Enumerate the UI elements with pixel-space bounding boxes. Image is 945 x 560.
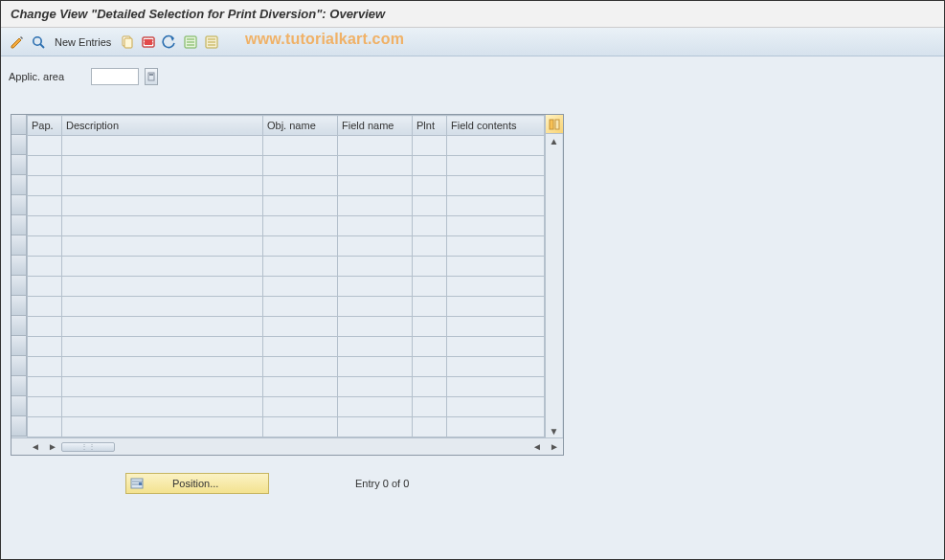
column-header[interactable]: Field contents xyxy=(447,116,545,136)
deselect-all-icon[interactable] xyxy=(203,34,220,51)
table-row[interactable] xyxy=(28,257,545,277)
horizontal-scrollbar[interactable]: ◄ ► ⋮⋮ ◄ ► xyxy=(11,437,563,455)
copy-as-icon[interactable] xyxy=(119,34,136,51)
table-cell[interactable] xyxy=(62,236,263,257)
table-cell[interactable] xyxy=(338,317,413,337)
scroll-down-icon[interactable]: ▼ xyxy=(548,424,561,437)
table-cell[interactable] xyxy=(447,297,545,317)
table-cell[interactable] xyxy=(338,337,413,357)
table-cell[interactable] xyxy=(413,417,447,437)
table-row[interactable] xyxy=(28,236,545,257)
table-cell[interactable] xyxy=(263,377,338,397)
table-cell[interactable] xyxy=(62,196,263,216)
row-selector[interactable] xyxy=(11,396,27,416)
table-cell[interactable] xyxy=(338,257,413,277)
hscroll-thumb[interactable]: ⋮⋮ xyxy=(61,442,115,452)
table-cell[interactable] xyxy=(263,337,338,357)
table-cell[interactable] xyxy=(28,377,62,397)
select-all-icon[interactable] xyxy=(182,34,199,51)
row-selector[interactable] xyxy=(11,296,27,316)
table-cell[interactable] xyxy=(338,357,413,377)
undo-icon[interactable] xyxy=(161,34,178,51)
table-cell[interactable] xyxy=(28,257,62,277)
table-cell[interactable] xyxy=(447,176,545,196)
table-cell[interactable] xyxy=(338,216,413,236)
table-cell[interactable] xyxy=(263,317,338,337)
table-row[interactable] xyxy=(28,397,545,417)
table-cell[interactable] xyxy=(28,236,62,257)
scroll-right-end-icon[interactable]: ► xyxy=(548,440,561,454)
table-cell[interactable] xyxy=(62,297,263,317)
table-cell[interactable] xyxy=(263,277,338,297)
row-selector[interactable] xyxy=(11,235,27,256)
configure-columns-icon[interactable] xyxy=(546,115,563,134)
table-cell[interactable] xyxy=(263,176,338,196)
column-header[interactable]: Pap. xyxy=(28,116,62,136)
table-cell[interactable] xyxy=(28,417,62,437)
table-row[interactable] xyxy=(28,357,545,377)
table-cell[interactable] xyxy=(447,357,545,377)
column-header[interactable]: Description xyxy=(62,116,263,136)
table-cell[interactable] xyxy=(263,357,338,377)
table-cell[interactable] xyxy=(263,397,338,417)
table-row[interactable] xyxy=(28,156,545,176)
table-cell[interactable] xyxy=(447,257,545,277)
table-cell[interactable] xyxy=(28,216,62,236)
table-cell[interactable] xyxy=(413,377,447,397)
table-cell[interactable] xyxy=(263,236,338,257)
table-cell[interactable] xyxy=(447,337,545,357)
table-cell[interactable] xyxy=(62,156,263,176)
row-selector[interactable] xyxy=(11,356,27,376)
table-cell[interactable] xyxy=(338,297,413,317)
table-cell[interactable] xyxy=(263,156,338,176)
row-selector[interactable] xyxy=(11,256,27,276)
row-selector[interactable] xyxy=(11,316,27,336)
table-cell[interactable] xyxy=(338,236,413,257)
change-display-icon[interactable] xyxy=(9,34,26,51)
table-cell[interactable] xyxy=(413,196,447,216)
table-cell[interactable] xyxy=(28,297,62,317)
table-row[interactable] xyxy=(28,196,545,216)
table-cell[interactable] xyxy=(338,397,413,417)
table-cell[interactable] xyxy=(28,357,62,377)
scroll-left-icon[interactable]: ◄ xyxy=(29,440,42,454)
table-cell[interactable] xyxy=(447,277,545,297)
column-header[interactable]: Obj. name xyxy=(263,116,338,136)
table-cell[interactable] xyxy=(413,317,447,337)
table-cell[interactable] xyxy=(413,277,447,297)
table-row[interactable] xyxy=(28,337,545,357)
table-cell[interactable] xyxy=(338,377,413,397)
table-cell[interactable] xyxy=(447,417,545,437)
table-cell[interactable] xyxy=(62,176,263,196)
scroll-left-end-icon[interactable]: ◄ xyxy=(530,440,544,454)
table-cell[interactable] xyxy=(447,216,545,236)
table-cell[interactable] xyxy=(413,357,447,377)
table-cell[interactable] xyxy=(447,196,545,216)
table-row[interactable] xyxy=(28,277,545,297)
table-cell[interactable] xyxy=(338,156,413,176)
table-cell[interactable] xyxy=(62,357,263,377)
table-cell[interactable] xyxy=(413,337,447,357)
table-cell[interactable] xyxy=(62,277,263,297)
new-entries-button[interactable]: New Entries xyxy=(51,36,115,48)
table-cell[interactable] xyxy=(28,176,62,196)
table-cell[interactable] xyxy=(28,397,62,417)
table-cell[interactable] xyxy=(62,417,263,437)
table-cell[interactable] xyxy=(62,337,263,357)
table-cell[interactable] xyxy=(447,317,545,337)
table-cell[interactable] xyxy=(413,136,447,156)
table-cell[interactable] xyxy=(338,196,413,216)
column-header[interactable]: Plnt xyxy=(413,116,447,136)
table-cell[interactable] xyxy=(413,257,447,277)
table-row[interactable] xyxy=(28,176,545,196)
table-cell[interactable] xyxy=(338,277,413,297)
table-cell[interactable] xyxy=(413,156,447,176)
table-row[interactable] xyxy=(28,136,545,156)
row-selector[interactable] xyxy=(11,155,27,175)
delete-icon[interactable] xyxy=(140,34,157,51)
table-cell[interactable] xyxy=(447,377,545,397)
table-cell[interactable] xyxy=(338,136,413,156)
table-cell[interactable] xyxy=(62,377,263,397)
table-cell[interactable] xyxy=(62,317,263,337)
table-cell[interactable] xyxy=(62,136,263,156)
